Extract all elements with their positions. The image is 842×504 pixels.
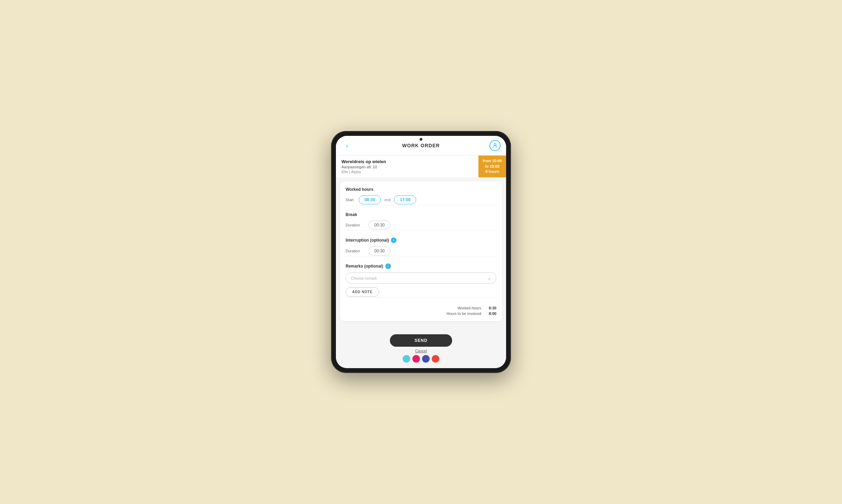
time-row: Start 08:30 end 17:00 <box>346 195 496 204</box>
invoiced-hours-summary-val: 8:00 <box>485 311 496 316</box>
tablet-camera <box>420 138 422 141</box>
break-duration-row: Duration 00:30 <box>346 221 496 230</box>
main-content: Worked hours Start 08:30 end 17:00 Break… <box>336 177 506 331</box>
dot-pink <box>412 355 420 363</box>
break-label: Break <box>346 212 496 217</box>
tablet-screen: ‹ WORK ORDER Wereldreis op wielen Aanpas… <box>336 136 506 368</box>
worked-hours-summary-key: Worked hours <box>458 306 481 310</box>
dot-cyan <box>403 355 410 363</box>
job-time-badge: from 10:00 to 18:00 8 hours <box>478 156 506 177</box>
break-duration-input[interactable]: 00:30 <box>368 221 391 230</box>
send-button[interactable]: SEND <box>390 334 452 347</box>
divider-2 <box>346 230 496 231</box>
worked-hours-label: Worked hours <box>346 187 496 192</box>
job-meta: IDtv | Alpha <box>341 170 473 174</box>
color-dots <box>403 355 439 365</box>
dot-blue <box>422 355 430 363</box>
divider-1 <box>346 205 496 205</box>
cancel-link[interactable]: Cancel <box>415 349 427 353</box>
avatar-button[interactable] <box>489 140 501 151</box>
worked-hours-summary-val: 8:30 <box>485 306 496 310</box>
invoiced-hours-summary-key: Hours to be invoiced <box>447 311 481 316</box>
job-info-bar: Wereldreis op wielen Aanpassingen afl. 1… <box>336 156 506 177</box>
chevron-down-icon: ⌄ <box>487 276 491 281</box>
remark-placeholder: Choose remark <box>351 276 377 280</box>
page-title: WORK ORDER <box>402 143 440 148</box>
interruption-duration-input[interactable]: 00:30 <box>368 246 391 255</box>
break-duration-label: Duration <box>346 223 364 227</box>
job-title: Wereldreis op wielen <box>341 159 473 164</box>
remarks-label: Remarks (optional) i <box>346 263 496 269</box>
interruption-duration-row: Duration 00:30 <box>346 246 496 255</box>
invoiced-hours-summary: Hours to be invoiced 8:00 <box>346 311 496 316</box>
badge-from: from 10:00 <box>483 158 502 164</box>
end-time-input[interactable]: 17:00 <box>394 195 416 204</box>
worked-hours-summary: Worked hours 8:30 <box>346 306 496 310</box>
dot-red <box>432 355 439 363</box>
interruption-label: Interruption (optional) i <box>346 237 496 243</box>
interruption-duration-label: Duration <box>346 249 364 253</box>
start-label: Start <box>346 198 355 202</box>
add-note-button[interactable]: ADD NOTE <box>346 287 379 297</box>
badge-to: to 18:00 <box>485 164 500 169</box>
interruption-info-icon[interactable]: i <box>391 237 396 243</box>
badge-hours: 8 hours <box>485 169 499 174</box>
remarks-info-icon[interactable]: i <box>385 263 391 269</box>
job-details: Wereldreis op wielen Aanpassingen afl. 1… <box>336 156 478 177</box>
tablet-device: ‹ WORK ORDER Wereldreis op wielen Aanpas… <box>331 131 511 373</box>
divider-4 <box>346 297 496 298</box>
start-time-input[interactable]: 08:30 <box>359 195 381 204</box>
divider-3 <box>346 256 496 256</box>
end-separator: end <box>384 198 391 202</box>
job-subtitle: Aanpassingen afl. 10 <box>341 165 473 169</box>
remark-dropdown[interactable]: Choose remark ⌄ <box>346 272 496 284</box>
svg-point-0 <box>494 143 496 146</box>
form-card: Worked hours Start 08:30 end 17:00 Break… <box>340 181 502 321</box>
back-button[interactable]: ‹ <box>341 140 353 151</box>
bottom-actions: SEND Cancel <box>336 331 506 368</box>
